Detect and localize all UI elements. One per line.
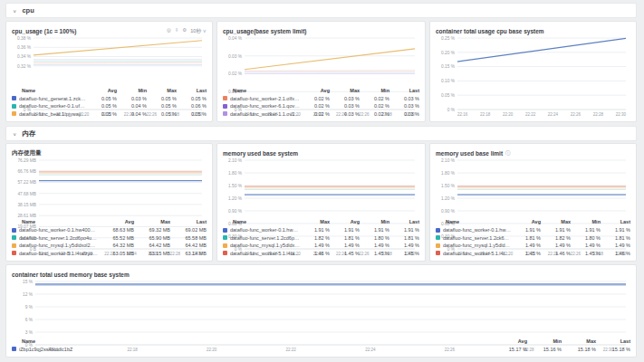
legend-row[interactable]: datafluo-func_worker-1.1.ov1l2xzt.. [223, 110, 300, 119]
legend-column-header[interactable]: Max [147, 87, 177, 95]
section-header-cpu[interactable]: ∨ cpu [5, 3, 637, 18]
legend-column-header[interactable]: Last [601, 218, 630, 226]
legend-column-header[interactable]: Min [360, 87, 389, 95]
series-color-swatch[interactable] [436, 228, 440, 233]
series-name: datafluo-func_server.1.2cd6po4u.. [230, 235, 300, 241]
legend-column-header[interactable]: Min [571, 218, 601, 226]
legend-row[interactable]: datafluo-func_worker-0.1.hw406h.. [436, 226, 511, 234]
series-name: iZbp1c9qj2ss4tkudlc1bZ [19, 347, 72, 352]
legend-column-header[interactable]: Name [12, 338, 493, 346]
panel-memory-used-base-limit: memory used base limit ⓘ 2.10 %1.80 %1.5… [429, 143, 637, 262]
legend-row[interactable]: datafluo-func_worker-2.1.olfxrlmy.. [223, 95, 300, 103]
legend-row[interactable]: datafluo-func_beat.1.pjywayldh.. [12, 110, 87, 119]
legend: NameMaxAvgMinLastdatafluo-func_worker-0.… [223, 218, 419, 257]
legend-column-header[interactable]: Name [223, 87, 300, 95]
legend-row[interactable]: datafluo-func_mysql.1.y5dldxol2g.. [436, 242, 511, 250]
legend-column-header[interactable]: Name [436, 218, 511, 226]
legend-column-header[interactable]: Last [389, 87, 419, 95]
legend-column-header[interactable]: Last [177, 87, 207, 95]
legend-value: 0.02 % [300, 102, 330, 110]
legend-value: 1.91 % [330, 226, 360, 234]
legend-row[interactable]: datafluo-func_server.1.2cd6po4unkoku.. [12, 234, 98, 243]
legend-row[interactable]: datafluo-func_worker-5.1.l4tafzyon.. [12, 250, 98, 258]
series-color-swatch[interactable] [223, 235, 227, 240]
legend-value: 0.03 % [117, 95, 147, 103]
legend-row[interactable]: datafluo-func_worker-0.1.ufww485t.. [12, 102, 87, 110]
series-color-swatch[interactable] [12, 111, 16, 116]
legend-column-header[interactable]: Name [12, 218, 98, 226]
legend-row[interactable]: datafluo-func_mysql.1.y5dldxol2g.. [223, 242, 300, 250]
legend-column-header[interactable]: Last [389, 218, 419, 226]
legend-column-header[interactable]: Min [527, 338, 562, 346]
legend-column-header[interactable]: Last [596, 338, 630, 346]
legend-row[interactable]: datafluo-func_generat.1.zck3podur.. [12, 95, 87, 103]
refresh-interval-dropdown[interactable]: 10秒 ∨ [190, 28, 207, 34]
legend-row[interactable]: iZbp1c9qj2ss4tkudlc1bZ [12, 346, 493, 354]
series-color-swatch[interactable] [12, 235, 16, 240]
legend-column-header[interactable]: Name [12, 87, 87, 95]
legend-column-header[interactable]: Avg [493, 338, 527, 346]
series-color-swatch[interactable] [223, 243, 227, 248]
legend-column-header[interactable]: Min [117, 87, 147, 95]
legend-value: 0.03 % [389, 110, 419, 119]
panel-header: memory used base system [223, 148, 419, 157]
series-color-swatch[interactable] [223, 251, 227, 255]
series-color-swatch[interactable] [223, 111, 227, 116]
legend-column-header[interactable]: Name [223, 218, 300, 226]
panel-cpu-usage: cpu_usage (1c = 100%) ◎ ⇩ ⚙ 10秒 ∨ 0.38 %… [5, 21, 213, 122]
y-tick-label: 9 % [25, 305, 34, 310]
zoom-icon[interactable]: ◎ [167, 28, 171, 33]
y-tick-label: 0.04 % [228, 36, 243, 41]
series-name: datafluo-func_worker-0.1.hw400h9s0.. [19, 227, 98, 233]
y-tick-label: 0 % [447, 108, 456, 112]
section-header-memory[interactable]: ∨ 内存 [5, 126, 637, 141]
legend-column-header[interactable]: Avg [511, 218, 541, 226]
legend-column-header[interactable]: Avg [87, 87, 117, 95]
legend-value: 0.05 % [177, 110, 207, 119]
y-tick-label: 0.10 % [441, 79, 456, 83]
legend-value: 1.91 % [511, 226, 541, 234]
legend-column-header[interactable]: Min [360, 218, 389, 226]
legend-column-header[interactable]: Max [330, 87, 360, 95]
series-color-swatch[interactable] [223, 228, 227, 233]
series-color-swatch[interactable] [436, 235, 440, 240]
legend-column-header[interactable]: Max [300, 218, 330, 226]
legend-row[interactable]: datafluo-func_worker-0.1.hw400h.. [223, 226, 300, 234]
legend-column-header[interactable]: Max [562, 338, 596, 346]
legend-row[interactable]: datafluo-func_mysql.1.y5dldxol2gngp.. [12, 242, 98, 250]
series-color-swatch[interactable] [12, 228, 16, 233]
series-color-swatch[interactable] [223, 104, 227, 109]
panel-title: cpu_usage (1c = 100%) [12, 28, 76, 34]
series-color-swatch[interactable] [12, 347, 16, 351]
legend-column-header[interactable]: Avg [98, 218, 134, 226]
x-tick-label: 22:26 [571, 112, 582, 117]
series-color-swatch[interactable] [436, 251, 440, 255]
series-color-swatch[interactable] [12, 96, 16, 100]
series-color-swatch[interactable] [12, 104, 16, 109]
legend-row[interactable]: datafluo-func_server.1.2cd6po4u.. [223, 234, 300, 243]
legend-column-header[interactable]: Max [541, 218, 571, 226]
legend-value: 1.81 % [601, 234, 630, 243]
y-tick-label: 0.90 % [228, 209, 243, 214]
legend-column-header[interactable]: Last [170, 218, 207, 226]
legend-value: 1.49 % [541, 242, 571, 250]
legend-row[interactable]: datafluo-func_worker-6.1.qovl7cr.. [223, 102, 300, 110]
panel-cpu-usage-base-limit: cpu_usage(base system limit) 0.04 %0.03 … [216, 21, 426, 122]
section-title: cpu [22, 6, 34, 14]
legend-column-header[interactable]: Max [134, 218, 170, 226]
legend-row[interactable]: datafluo-func_server.1.2ck6po4u.. [436, 234, 511, 243]
series-color-swatch[interactable] [223, 96, 227, 100]
download-icon[interactable]: ⇩ [175, 28, 179, 33]
y-tick-label: 76.29 MB [17, 158, 36, 163]
info-icon[interactable]: ⓘ [505, 150, 511, 157]
series-color-swatch[interactable] [12, 243, 16, 248]
legend-column-header[interactable]: Avg [300, 87, 330, 95]
settings-icon[interactable]: ⚙ [182, 28, 187, 33]
series-color-swatch[interactable] [12, 251, 16, 255]
legend-row[interactable]: datafluo-func_worker-5.1.l4tafz.. [223, 250, 300, 258]
legend-row[interactable]: datafluo-func_worker-0.1.hw400h9s0.. [12, 226, 98, 234]
legend-row[interactable]: datafluo-func_worker-5.1.l4tafz.. [436, 250, 511, 258]
legend-column-header[interactable]: Avg [330, 218, 360, 226]
legend-value: 1.82 % [300, 234, 330, 243]
series-color-swatch[interactable] [436, 243, 440, 248]
